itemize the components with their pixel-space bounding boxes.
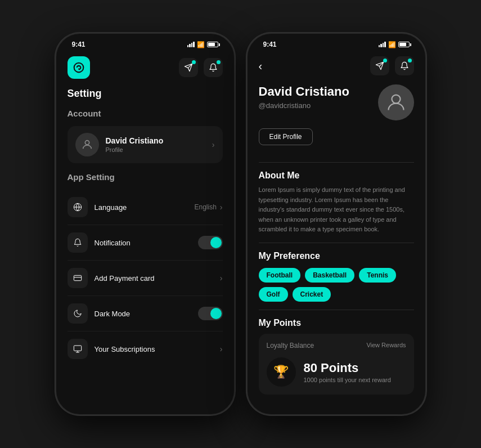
account-name: David Cristiano bbox=[106, 136, 212, 145]
tag-cricket[interactable]: Cricket bbox=[293, 287, 331, 302]
notification-label: Notification bbox=[95, 239, 198, 247]
divider-3 bbox=[259, 310, 414, 310]
about-me-title: About Me bbox=[259, 171, 414, 181]
left-phone-content: Setting Account David Cristiano Profile … bbox=[56, 52, 234, 407]
svg-point-6 bbox=[392, 95, 400, 104]
setting-subscriptions[interactable]: Your Subscriptions › bbox=[68, 331, 223, 366]
language-icon bbox=[68, 197, 88, 217]
points-subtitle: 1000 points till your next reward bbox=[304, 377, 391, 383]
darkmode-label: Dark Mode bbox=[95, 310, 198, 318]
edit-profile-button[interactable]: Edit Profile bbox=[259, 128, 313, 145]
setting-darkmode[interactable]: Dark Mode bbox=[68, 296, 223, 331]
tags-container: Football Basketball Tennis Golf Cricket bbox=[259, 268, 414, 302]
status-bar-left: 9:41 📶 bbox=[56, 34, 234, 52]
wifi-icon-right: 📶 bbox=[388, 41, 396, 48]
notification-icon bbox=[68, 232, 88, 253]
svg-rect-3 bbox=[74, 275, 81, 280]
profile-info: David Cristiano @davidcristiano bbox=[259, 84, 378, 110]
status-icons-right: 📶 bbox=[379, 41, 410, 48]
notification-toggle[interactable] bbox=[198, 236, 223, 249]
loyalty-label: Loyalty Balance bbox=[267, 342, 314, 350]
divider-2 bbox=[259, 243, 414, 243]
back-button[interactable]: ‹ bbox=[259, 60, 263, 73]
profile-handle: @davidcristiano bbox=[259, 101, 378, 110]
language-chevron: › bbox=[220, 203, 223, 212]
status-bar-right: 9:41 📶 bbox=[248, 34, 425, 52]
tag-tennis[interactable]: Tennis bbox=[359, 268, 396, 283]
app-setting-label: App Setting bbox=[68, 172, 223, 182]
signal-icon bbox=[187, 42, 195, 47]
about-me-text: Lorem Ipsum is simply dummy text of the … bbox=[259, 185, 414, 235]
setting-notification[interactable]: Notification bbox=[68, 225, 223, 261]
account-info: David Cristiano Profile bbox=[106, 136, 212, 153]
phone-right: 9:41 📶 ‹ bbox=[246, 33, 426, 415]
divider-1 bbox=[259, 162, 414, 163]
subscriptions-label: Your Subscriptions bbox=[95, 345, 220, 353]
subscriptions-icon bbox=[68, 339, 88, 359]
app-logo bbox=[68, 56, 90, 79]
send-button-left[interactable] bbox=[179, 58, 198, 77]
points-card: Loyalty Balance View Rewards 🏆 80 Points… bbox=[259, 334, 414, 395]
preference-title: My Preference bbox=[259, 251, 414, 261]
tag-football[interactable]: Football bbox=[259, 268, 301, 283]
bell-button-left[interactable] bbox=[204, 58, 223, 77]
battery-icon bbox=[207, 42, 218, 47]
points-info: 80 Points 1000 points till your next rew… bbox=[304, 361, 391, 383]
status-icons-left: 📶 bbox=[187, 41, 218, 48]
time-right: 9:41 bbox=[263, 41, 277, 48]
trophy-icon: 🏆 bbox=[267, 357, 296, 387]
tag-basketball[interactable]: Basketball bbox=[305, 268, 354, 283]
signal-icon-right bbox=[379, 42, 386, 47]
account-chevron: › bbox=[212, 140, 215, 149]
user-avatar-left bbox=[75, 133, 99, 156]
language-label: Language bbox=[95, 203, 195, 212]
payment-label: Add Payment card bbox=[95, 274, 220, 283]
profile-avatar bbox=[378, 84, 414, 120]
setting-payment[interactable]: Add Payment card › bbox=[68, 261, 223, 296]
profile-header: David Cristiano @davidcristiano bbox=[259, 84, 414, 120]
page-title-left: Setting bbox=[68, 88, 223, 100]
view-rewards-button[interactable]: View Rewards bbox=[366, 342, 406, 350]
top-bar-left bbox=[68, 52, 223, 86]
points-title: My Points bbox=[259, 318, 414, 328]
top-bar-right: ‹ bbox=[259, 52, 414, 82]
send-button-right[interactable] bbox=[370, 56, 389, 75]
time-left: 9:41 bbox=[72, 41, 86, 48]
account-section-label: Account bbox=[68, 109, 223, 118]
language-value: English bbox=[194, 203, 216, 211]
subscriptions-chevron: › bbox=[220, 344, 223, 353]
top-icons-left bbox=[179, 58, 223, 77]
tag-golf[interactable]: Golf bbox=[259, 287, 288, 302]
darkmode-toggle[interactable] bbox=[198, 307, 223, 320]
svg-point-0 bbox=[85, 141, 89, 145]
phone-left: 9:41 📶 bbox=[55, 33, 235, 415]
darkmode-icon bbox=[68, 303, 88, 324]
account-row[interactable]: David Cristiano Profile › bbox=[68, 126, 223, 163]
top-icons-right bbox=[370, 56, 414, 75]
svg-rect-5 bbox=[74, 346, 81, 351]
payment-icon bbox=[68, 268, 88, 288]
payment-chevron: › bbox=[220, 274, 223, 283]
right-phone-content: ‹ David Cristiano @davidcristiano bbox=[248, 52, 425, 407]
points-card-header: Loyalty Balance View Rewards bbox=[267, 342, 406, 350]
points-value: 80 Points bbox=[304, 361, 391, 375]
bell-button-right[interactable] bbox=[395, 56, 414, 75]
points-row: 🏆 80 Points 1000 points till your next r… bbox=[267, 357, 406, 387]
profile-name: David Cristiano bbox=[259, 84, 378, 99]
wifi-icon: 📶 bbox=[197, 41, 205, 48]
battery-icon-right bbox=[398, 42, 410, 47]
account-subtitle: Profile bbox=[106, 146, 212, 153]
setting-language[interactable]: Language English › bbox=[68, 190, 223, 225]
